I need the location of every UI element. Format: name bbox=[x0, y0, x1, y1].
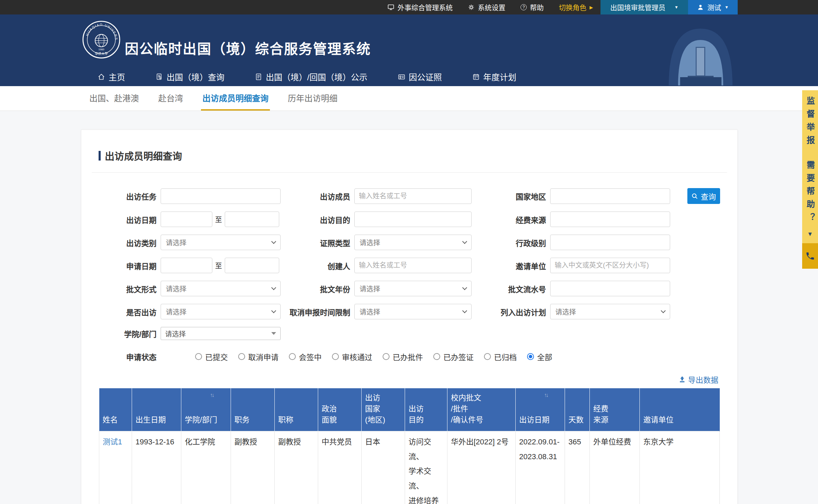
cancel-time-limit-select[interactable]: 请选择 bbox=[354, 304, 472, 319]
search-icon bbox=[691, 193, 698, 199]
tab-member-detail-query[interactable]: 出访成员明细查询 bbox=[201, 86, 270, 111]
export-data-link[interactable]: 导出数据 bbox=[99, 374, 718, 385]
select-value: 请选择 bbox=[360, 284, 380, 294]
chevron-down-icon bbox=[462, 239, 467, 244]
row-name-link[interactable]: 测试1 bbox=[99, 431, 132, 504]
user-menu[interactable]: 测试 ▼ bbox=[688, 0, 738, 14]
tab-abroad-hk-macau[interactable]: 出国、赴港澳 bbox=[88, 86, 140, 111]
status-radio-4[interactable]: 已办批件 bbox=[383, 351, 423, 362]
member-input[interactable] bbox=[354, 188, 472, 204]
col-destination-country: 出访 国家 (地区) bbox=[362, 388, 405, 431]
topbar-switch-role[interactable]: 切换角色 ▶ bbox=[551, 0, 600, 14]
topbar: 外事综合管理系统 系统设置 ? 帮助 切换角色 ▶ 出国境审批管理员 ▼ 测试 … bbox=[0, 0, 818, 14]
status-radio-0[interactable]: 已提交 bbox=[195, 351, 228, 362]
department-select[interactable]: 请选择 bbox=[161, 327, 281, 340]
col-department[interactable]: ↑↓学院/部门 bbox=[181, 388, 231, 431]
nav-item-publicity[interactable]: 出国（境）/回国（境）公示 bbox=[255, 71, 367, 83]
user-icon bbox=[697, 4, 704, 11]
purpose-input[interactable] bbox=[354, 212, 472, 227]
approval-year-select[interactable]: 请选择 bbox=[354, 281, 472, 296]
field-label: 行政级别 bbox=[472, 237, 550, 248]
cell: 东京大学 bbox=[640, 431, 720, 504]
nav-item-label: 主页 bbox=[109, 71, 125, 83]
nav-item-annual-plan[interactable]: 年度计划 bbox=[472, 71, 516, 83]
need-help-link[interactable]: 需要帮助？ bbox=[804, 161, 816, 226]
col-political-status: 政治 面貌 bbox=[318, 388, 362, 431]
role-selector[interactable]: 出国境审批管理员 ▼ bbox=[600, 0, 688, 14]
inviter-input[interactable] bbox=[550, 258, 670, 273]
field-label: 出访目的 bbox=[281, 214, 354, 225]
sort-icon[interactable]: ↑↓ bbox=[544, 391, 547, 399]
table-row: 测试1 1993-12-16 化工学院 副教授 副教授 中共党员 日本 访问交流… bbox=[99, 431, 720, 504]
contact-phone-button[interactable] bbox=[802, 243, 818, 269]
help-icon: ? bbox=[521, 4, 527, 10]
search-button[interactable]: 查询 bbox=[687, 188, 720, 204]
chevron-down-icon: ▼ bbox=[674, 5, 678, 10]
select-value: 请选择 bbox=[555, 307, 576, 317]
radio-icon bbox=[484, 353, 491, 360]
country-input[interactable] bbox=[550, 188, 670, 204]
status-radio-2[interactable]: 会签中 bbox=[289, 351, 322, 362]
cell: 化工学院 bbox=[181, 431, 231, 504]
side-widget: 监督举报 需要帮助？ ▼ bbox=[802, 90, 818, 269]
apply-date-end-input[interactable] bbox=[225, 258, 279, 273]
visit-type-select[interactable]: 请选择 bbox=[161, 235, 281, 250]
sort-icon[interactable]: ↑↓ bbox=[210, 391, 213, 399]
tab-label: 历年出访明细 bbox=[288, 92, 337, 104]
select-value: 请选择 bbox=[166, 237, 186, 247]
field-label: 学院/部门 bbox=[99, 328, 161, 339]
nav-item-label: 出国（境）查询 bbox=[166, 71, 224, 83]
status-radio-1[interactable]: 取消申请 bbox=[238, 351, 279, 362]
nav-item-home[interactable]: 主页 bbox=[98, 71, 125, 83]
col-visit-purpose: 出访 目的 bbox=[405, 388, 447, 431]
admin-level-input[interactable] bbox=[550, 235, 670, 250]
tab-taiwan[interactable]: 赴台湾 bbox=[157, 86, 184, 111]
creator-input[interactable] bbox=[354, 258, 472, 273]
campus-building-image bbox=[660, 17, 741, 85]
apply-date-start-input[interactable] bbox=[161, 258, 212, 273]
visit-date-end-input[interactable] bbox=[225, 212, 279, 227]
status-radio-7[interactable]: 全部 bbox=[527, 351, 552, 362]
nav-item-label: 因公证照 bbox=[409, 71, 442, 83]
cell: 365 bbox=[565, 431, 590, 504]
radio-icon bbox=[433, 353, 440, 360]
topbar-item-settings[interactable]: 系统设置 bbox=[460, 0, 513, 14]
cell: 副教授 bbox=[275, 431, 318, 504]
status-radio-3[interactable]: 审核通过 bbox=[332, 351, 372, 362]
date-range-to-label: 至 bbox=[215, 214, 222, 224]
topbar-item-foreign-affairs-system[interactable]: 外事综合管理系统 bbox=[380, 0, 460, 14]
fund-source-input[interactable] bbox=[550, 212, 670, 227]
tab-history-detail[interactable]: 历年出访明细 bbox=[286, 86, 339, 111]
field-label: 出访成员 bbox=[281, 191, 354, 202]
visit-plan-select[interactable]: 请选择 bbox=[550, 304, 670, 319]
field-label: 是否出访 bbox=[99, 306, 161, 317]
id-card-icon bbox=[398, 73, 405, 81]
status-radio-6[interactable]: 已归档 bbox=[484, 351, 517, 362]
title-accent-bar bbox=[99, 151, 101, 161]
col-inviter: 邀请单位 bbox=[640, 388, 720, 431]
radio-icon bbox=[383, 353, 390, 360]
col-fund-source: 经费 来源 bbox=[590, 388, 640, 431]
visited-select[interactable]: 请选择 bbox=[161, 304, 281, 319]
approval-form-select[interactable]: 请选择 bbox=[161, 281, 281, 296]
supervision-report-link[interactable]: 监督举报 bbox=[804, 96, 816, 149]
field-label: 列入出访计划 bbox=[472, 306, 550, 317]
status-radio-5[interactable]: 已办签证 bbox=[433, 351, 474, 362]
chevron-down-icon[interactable]: ▼ bbox=[807, 231, 813, 238]
nav-item-official-passport[interactable]: 因公证照 bbox=[398, 71, 442, 83]
side-widget-yellow-panel: 监督举报 需要帮助？ ▼ bbox=[802, 90, 818, 243]
nav-item-abroad-query[interactable]: 出国（境）查询 bbox=[155, 71, 224, 83]
task-input[interactable] bbox=[161, 188, 281, 204]
col-visit-date[interactable]: ↑↓出访日期 bbox=[516, 388, 565, 431]
certificate-type-select[interactable]: 请选择 bbox=[354, 235, 472, 250]
field-label: 邀请单位 bbox=[472, 260, 550, 271]
search-button-label: 查询 bbox=[701, 191, 716, 202]
topbar-item-help[interactable]: ? 帮助 bbox=[513, 0, 551, 14]
cell: 外单位经费 bbox=[590, 431, 640, 504]
select-value: 请选择 bbox=[166, 284, 186, 294]
visit-date-start-input[interactable] bbox=[161, 212, 212, 227]
approval-serial-input[interactable] bbox=[550, 281, 670, 296]
chevron-down-icon bbox=[271, 308, 276, 313]
cell: 中共党员 bbox=[318, 431, 362, 504]
col-name: 姓名 bbox=[99, 388, 132, 431]
